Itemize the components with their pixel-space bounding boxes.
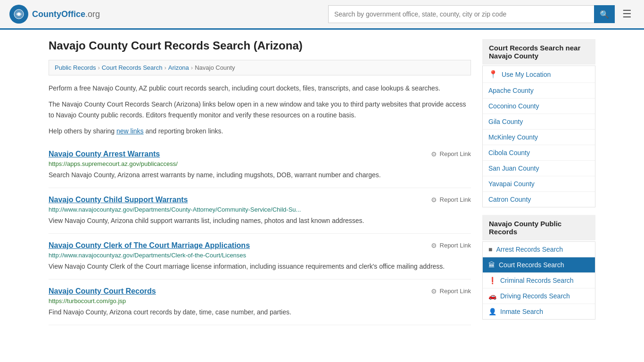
sidebar-icon-criminal-records: ❗ bbox=[488, 277, 496, 284]
sidebar-label-arrest-records: Arrest Records Search bbox=[496, 246, 563, 253]
sidebar-county-catron[interactable]: Catron County bbox=[483, 192, 595, 207]
description-2: The Navajo County Court Records Search (… bbox=[49, 99, 471, 120]
result-item-marriage-applications: Navajo County Clerk of The Court Marriag… bbox=[49, 234, 471, 280]
sidebar-icon-court-records: 🏛 bbox=[488, 261, 495, 269]
sidebar-icon-driving-records: 🚗 bbox=[488, 292, 496, 300]
sidebar-nearby-title: Court Records Search near Navajo County bbox=[489, 44, 580, 60]
sidebar-county-gila[interactable]: Gila County bbox=[483, 114, 595, 130]
result-title-arrest-warrants[interactable]: Navajo County Arrest Warrants bbox=[49, 150, 160, 158]
sidebar-county-cibola[interactable]: Cibola County bbox=[483, 145, 595, 161]
result-desc-court-records: Find Navajo County, Arizona court record… bbox=[49, 307, 471, 317]
results-container: Navajo County Arrest Warrants ⚙ Report L… bbox=[49, 142, 471, 325]
report-link-icon-marriage-applications: ⚙ bbox=[431, 242, 437, 249]
breadcrumb-public-records[interactable]: Public Records bbox=[55, 64, 96, 71]
public-records-links-container: ■Arrest Records Search🏛Court Records Sea… bbox=[483, 242, 595, 319]
report-link-btn-court-records[interactable]: ⚙ Report Link bbox=[431, 288, 471, 295]
result-desc-marriage-applications: View Navajo County Clerk of the Court ma… bbox=[49, 262, 471, 272]
report-link-label-court-records: Report Link bbox=[440, 288, 471, 295]
search-input[interactable] bbox=[328, 5, 594, 23]
description-3-post: and reporting broken links. bbox=[144, 127, 223, 135]
sidebar-label-inmate-search: Inmate Search bbox=[500, 308, 543, 315]
result-title-child-support[interactable]: Navajo County Child Support Warrants bbox=[49, 196, 188, 204]
result-url-marriage-applications[interactable]: http://www.navajocountyaz.gov/Department… bbox=[49, 252, 471, 259]
sidebar-pr-inmate-search[interactable]: 👤Inmate Search bbox=[483, 304, 595, 319]
sidebar-label-court-records: Court Records Search bbox=[499, 261, 564, 269]
search-bar-container: 🔍 ☰ bbox=[328, 5, 635, 23]
result-title-marriage-applications[interactable]: Navajo County Clerk of The Court Marriag… bbox=[49, 241, 250, 250]
sidebar-label-driving-records: Driving Records Search bbox=[500, 292, 570, 300]
sidebar-county-coconino[interactable]: Coconino County bbox=[483, 99, 595, 114]
logo-icon bbox=[9, 5, 28, 24]
breadcrumb-sep-3: › bbox=[191, 64, 193, 71]
breadcrumb-arizona[interactable]: Arizona bbox=[168, 64, 189, 71]
result-header-child-support: Navajo County Child Support Warrants ⚙ R… bbox=[49, 196, 471, 204]
sidebar: Court Records Search near Navajo County … bbox=[482, 39, 595, 327]
result-url-court-records[interactable]: https://turbocourt.com/go.jsp bbox=[49, 297, 471, 304]
nearby-counties-container: Apache CountyCoconino CountyGila CountyM… bbox=[483, 83, 595, 207]
logo-link[interactable]: CountyOffice.org bbox=[9, 5, 100, 24]
location-icon: 📍 bbox=[488, 70, 498, 79]
report-link-icon-court-records: ⚙ bbox=[431, 288, 437, 295]
result-desc-arrest-warrants: Search Navajo County, Arizona arrest war… bbox=[49, 170, 471, 180]
content-area: Navajo County Court Records Search (Ariz… bbox=[49, 39, 471, 327]
breadcrumb-court-records-search[interactable]: Court Records Search bbox=[102, 64, 163, 71]
sidebar-nearby-links: 📍 Use My Location Apache CountyCoconino … bbox=[482, 66, 595, 207]
report-link-btn-child-support[interactable]: ⚙ Report Link bbox=[431, 196, 471, 204]
logo-text: CountyOffice.org bbox=[32, 9, 100, 19]
result-header-court-records: Navajo County Court Records ⚙ Report Lin… bbox=[49, 287, 471, 296]
page-title: Navajo County Court Records Search (Ariz… bbox=[49, 39, 471, 52]
description-3: Help others by sharing new links and rep… bbox=[49, 126, 471, 136]
menu-button[interactable]: ☰ bbox=[619, 6, 635, 22]
breadcrumb-navajo-county: Navajo County bbox=[195, 64, 235, 71]
sidebar-county-yavapai[interactable]: Yavapai County bbox=[483, 176, 595, 192]
new-links-link[interactable]: new links bbox=[116, 127, 144, 135]
result-header-marriage-applications: Navajo County Clerk of The Court Marriag… bbox=[49, 241, 471, 250]
sidebar-county-mckinley[interactable]: McKinley County bbox=[483, 130, 595, 145]
result-title-court-records[interactable]: Navajo County Court Records bbox=[49, 287, 156, 296]
header: CountyOffice.org 🔍 ☰ bbox=[0, 0, 644, 30]
report-link-label-arrest-warrants: Report Link bbox=[440, 150, 471, 157]
report-link-icon-child-support: ⚙ bbox=[431, 196, 437, 204]
result-url-arrest-warrants[interactable]: https://apps.supremecourt.az.gov/publica… bbox=[49, 160, 471, 167]
result-header-arrest-warrants: Navajo County Arrest Warrants ⚙ Report L… bbox=[49, 150, 471, 158]
report-link-icon-arrest-warrants: ⚙ bbox=[431, 150, 437, 158]
sidebar-pr-arrest-records[interactable]: ■Arrest Records Search bbox=[483, 242, 595, 257]
breadcrumb-sep-2: › bbox=[164, 64, 166, 71]
sidebar-pr-court-records[interactable]: 🏛Court Records Search bbox=[483, 257, 595, 273]
use-my-location-label: Use My Location bbox=[502, 71, 551, 78]
description-1: Perform a free Navajo County, AZ public … bbox=[49, 83, 471, 93]
search-icon: 🔍 bbox=[600, 10, 609, 18]
sidebar-county-apache[interactable]: Apache County bbox=[483, 83, 595, 99]
sidebar-pr-driving-records[interactable]: 🚗Driving Records Search bbox=[483, 288, 595, 304]
sidebar-label-criminal-records: Criminal Records Search bbox=[500, 277, 574, 284]
menu-icon: ☰ bbox=[622, 8, 632, 20]
use-my-location[interactable]: 📍 Use My Location bbox=[483, 66, 595, 83]
sidebar-nearby-header: Court Records Search near Navajo County bbox=[482, 39, 595, 65]
result-item-child-support: Navajo County Child Support Warrants ⚙ R… bbox=[49, 188, 471, 234]
result-item-court-records: Navajo County Court Records ⚙ Report Lin… bbox=[49, 280, 471, 325]
report-link-btn-marriage-applications[interactable]: ⚙ Report Link bbox=[431, 242, 471, 249]
report-link-label-child-support: Report Link bbox=[440, 196, 471, 203]
report-link-label-marriage-applications: Report Link bbox=[440, 242, 471, 249]
result-item-arrest-warrants: Navajo County Arrest Warrants ⚙ Report L… bbox=[49, 142, 471, 188]
result-desc-child-support: View Navajo County, Arizona child suppor… bbox=[49, 216, 471, 226]
svg-point-1 bbox=[17, 13, 20, 16]
sidebar-icon-arrest-records: ■ bbox=[488, 246, 492, 253]
sidebar-pr-criminal-records[interactable]: ❗Criminal Records Search bbox=[483, 273, 595, 288]
report-link-btn-arrest-warrants[interactable]: ⚙ Report Link bbox=[431, 150, 471, 158]
breadcrumb-sep-1: › bbox=[98, 64, 99, 71]
search-button[interactable]: 🔍 bbox=[594, 5, 615, 23]
sidebar-public-records-header: Navajo County Public Records bbox=[482, 215, 595, 240]
sidebar-icon-inmate-search: 👤 bbox=[488, 308, 496, 315]
description-3-pre: Help others by sharing bbox=[49, 127, 116, 135]
breadcrumb: Public Records › Court Records Search › … bbox=[49, 60, 471, 75]
sidebar-county-san-juan[interactable]: San Juan County bbox=[483, 161, 595, 176]
main-container: Navajo County Court Records Search (Ariz… bbox=[39, 30, 605, 337]
result-url-child-support[interactable]: http://www.navajocountyaz.gov/Department… bbox=[49, 206, 471, 213]
sidebar-public-records-title: Navajo County Public Records bbox=[489, 220, 561, 236]
sidebar-public-records-links: ■Arrest Records Search🏛Court Records Sea… bbox=[482, 241, 595, 320]
